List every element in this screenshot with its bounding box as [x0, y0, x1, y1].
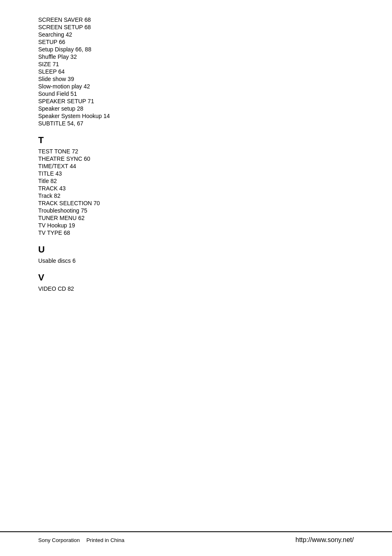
v-section: V VIDEO CD 82 [38, 272, 354, 292]
list-item: Shuffle Play 32 [38, 53, 354, 60]
list-item: SCREEN SAVER 68 [38, 16, 354, 23]
u-section: U Usable discs 6 [38, 244, 354, 264]
entry-text: Searching 42 [38, 31, 72, 38]
entry-text: Usable discs 6 [38, 257, 76, 264]
entry-text: VIDEO CD 82 [38, 285, 74, 292]
entry-text: SLEEP 64 [38, 68, 65, 75]
printed-in: Printed in China [86, 537, 125, 543]
list-item: SLEEP 64 [38, 68, 354, 75]
footer-left: Sony Corporation Printed in China [38, 537, 125, 543]
entry-text: SCREEN SETUP 68 [38, 24, 91, 30]
list-item: SIZE 71 [38, 61, 354, 67]
footer-url: http://www.sony.net/ [295, 536, 354, 544]
entry-text: Shuffle Play 32 [38, 53, 77, 60]
list-item: TV TYPE 68 [38, 229, 354, 236]
list-item: TRACK SELECTION 70 [38, 200, 354, 206]
list-item: Speaker System Hookup 14 [38, 113, 354, 119]
section-v-heading: V [38, 272, 354, 283]
s-section-entries: SCREEN SAVER 68 SCREEN SETUP 68 Searchin… [38, 16, 354, 127]
entry-text: Setup Display 66, 88 [38, 46, 91, 53]
list-item: TRACK 43 [38, 185, 354, 192]
entry-text: TUNER MENU 62 [38, 215, 85, 221]
entry-text: TRACK SELECTION 70 [38, 200, 100, 206]
entry-text: Speaker setup 28 [38, 105, 83, 112]
t-section: T TEST TONE 72 THEATRE SYNC 60 TIME/TEXT… [38, 135, 354, 236]
list-item: Searching 42 [38, 31, 354, 38]
entry-text: SPEAKER SETUP 71 [38, 98, 94, 104]
list-item: Usable discs 6 [38, 257, 354, 264]
entry-text: TITLE 43 [38, 170, 62, 177]
entry-text: SCREEN SAVER 68 [38, 16, 91, 23]
list-item: Slide show 39 [38, 76, 354, 82]
entry-text: Title 82 [38, 178, 57, 184]
list-item: SUBTITLE 54, 67 [38, 120, 354, 127]
list-item: SPEAKER SETUP 71 [38, 98, 354, 104]
entry-text: TEST TONE 72 [38, 148, 78, 155]
entry-text: Speaker System Hookup 14 [38, 113, 110, 119]
entry-text: SIZE 71 [38, 61, 59, 67]
list-item: SETUP 66 [38, 39, 354, 45]
list-item: THEATRE SYNC 60 [38, 155, 354, 162]
page-footer: Sony Corporation Printed in China http:/… [0, 531, 392, 544]
entry-text: TIME/TEXT 44 [38, 163, 76, 169]
list-item: TIME/TEXT 44 [38, 163, 354, 169]
entry-text: Sound Field 51 [38, 90, 77, 97]
list-item: Track 82 [38, 192, 354, 199]
company-name: Sony Corporation [38, 537, 80, 543]
page-content: SCREEN SAVER 68 SCREEN SETUP 68 Searchin… [0, 0, 392, 326]
entry-text: TV Hookup 19 [38, 222, 75, 229]
section-t-heading: T [38, 135, 354, 146]
entry-text: Slow-motion play 42 [38, 83, 90, 90]
entry-text: THEATRE SYNC 60 [38, 155, 90, 162]
list-item: Slow-motion play 42 [38, 83, 354, 90]
entry-text: Troubleshooting 75 [38, 207, 87, 214]
entry-text: TV TYPE 68 [38, 229, 70, 236]
list-item: TUNER MENU 62 [38, 215, 354, 221]
entry-text: SETUP 66 [38, 39, 65, 45]
list-item: TITLE 43 [38, 170, 354, 177]
list-item: TV Hookup 19 [38, 222, 354, 229]
list-item: TEST TONE 72 [38, 148, 354, 155]
entry-text: TRACK 43 [38, 185, 66, 192]
list-item: SCREEN SETUP 68 [38, 24, 354, 30]
list-item: Sound Field 51 [38, 90, 354, 97]
list-item: Troubleshooting 75 [38, 207, 354, 214]
list-item: Speaker setup 28 [38, 105, 354, 112]
list-item: VIDEO CD 82 [38, 285, 354, 292]
entry-text: Slide show 39 [38, 76, 74, 82]
list-item: Title 82 [38, 178, 354, 184]
section-u-heading: U [38, 244, 354, 255]
entry-text: Track 82 [38, 192, 60, 199]
entry-text: SUBTITLE 54, 67 [38, 120, 83, 127]
list-item: Setup Display 66, 88 [38, 46, 354, 53]
